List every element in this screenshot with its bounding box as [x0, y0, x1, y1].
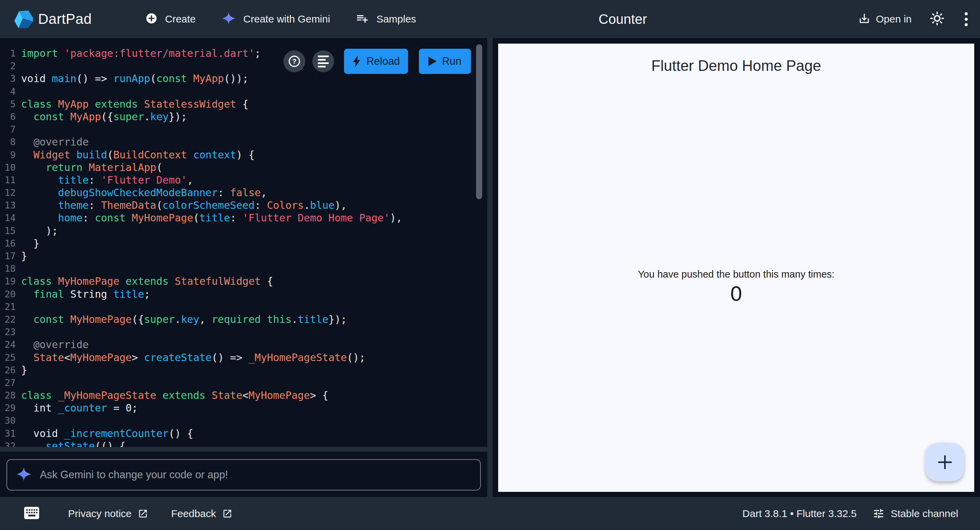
code-line[interactable]: 30: [0, 414, 487, 427]
format-button[interactable]: [312, 50, 334, 72]
code-line[interactable]: 28class _MyHomePageState extends State<M…: [0, 389, 487, 402]
external-link-icon: [138, 509, 148, 519]
footer-right: Dart 3.8.1 • Flutter 3.32.5 Stable chann…: [743, 497, 958, 530]
samples-button[interactable]: Samples: [356, 12, 416, 26]
add-circle-icon: [145, 12, 158, 26]
run-button[interactable]: Run: [419, 49, 471, 74]
privacy-notice-link[interactable]: Privacy notice: [68, 497, 148, 530]
line-number: 26: [0, 364, 16, 377]
header-nav: Create Create with Gemini Samples: [145, 0, 416, 38]
line-number: 24: [0, 338, 16, 351]
line-number: 16: [0, 237, 16, 250]
help-button[interactable]: ?: [283, 50, 305, 72]
code-line[interactable]: 21: [0, 300, 487, 313]
line-number: 10: [0, 161, 16, 174]
line-number: 22: [0, 313, 16, 326]
counter-display: You have pushed the button this many tim…: [498, 267, 974, 306]
line-number: 18: [0, 262, 16, 275]
svg-text:?: ?: [292, 57, 297, 65]
line-number: 4: [0, 85, 16, 98]
create-button[interactable]: Create: [145, 12, 196, 26]
line-number: 23: [0, 326, 16, 338]
open-in-button[interactable]: Open in: [858, 12, 912, 26]
line-number: 32: [0, 440, 16, 447]
status-bar: Privacy notice Feedback Dart 3.8.1 • Flu…: [0, 497, 980, 530]
code-line[interactable]: 26}: [0, 364, 487, 377]
code-line[interactable]: 15 );: [0, 225, 487, 237]
gemini-prompt-input[interactable]: [40, 469, 473, 481]
playlist-add-icon: [356, 12, 369, 26]
line-number: 13: [0, 199, 16, 212]
code-line[interactable]: 3void main() => runApp(const MyApp());: [0, 72, 487, 85]
line-number: 3: [0, 72, 16, 85]
project-title: Counter: [598, 11, 647, 27]
code-line[interactable]: 11 title: 'Flutter Demo',: [0, 174, 487, 186]
channel-selector[interactable]: Stable channel: [872, 508, 959, 520]
line-number: 21: [0, 300, 16, 313]
line-number: 17: [0, 250, 16, 262]
code-line[interactable]: 32 setState(() {: [0, 440, 487, 447]
code-line[interactable]: 22 const MyHomePage({super.key, required…: [0, 313, 487, 326]
code-line[interactable]: 31 void _incrementCounter() {: [0, 427, 487, 440]
create-with-gemini-label: Create with Gemini: [243, 13, 330, 25]
sdk-version-text: Dart 3.8.1 • Flutter 3.32.5: [743, 508, 857, 519]
line-number: 5: [0, 98, 16, 110]
code-line[interactable]: 17}: [0, 250, 487, 262]
keyboard-icon: [24, 506, 40, 520]
code-line[interactable]: 14 home: const MyHomePage(title: 'Flutte…: [0, 212, 487, 224]
keyboard-shortcuts-button[interactable]: [24, 506, 40, 521]
code-lines: 1import 'package:flutter/material.dart';…: [0, 47, 487, 447]
line-number: 14: [0, 212, 16, 224]
line-number: 27: [0, 377, 16, 389]
counter-value: 0: [498, 281, 974, 306]
header-actions: Open in: [858, 0, 970, 38]
editor-scrollbar[interactable]: [476, 44, 482, 199]
code-line[interactable]: 16 }: [0, 237, 487, 250]
feedback-link[interactable]: Feedback: [171, 497, 232, 530]
code-line[interactable]: 24 @override: [0, 338, 487, 351]
app-header: DartPad Create Create with Gemini: [0, 0, 980, 38]
theme-toggle-button[interactable]: [929, 11, 945, 27]
code-line[interactable]: 9 Widget build(BuildContext context) {: [0, 148, 487, 161]
line-number: 28: [0, 389, 16, 402]
reload-label: Reload: [366, 55, 400, 67]
create-with-gemini-button[interactable]: Create with Gemini: [221, 11, 330, 27]
code-line[interactable]: 10 return MaterialApp(: [0, 161, 487, 174]
overflow-menu-button[interactable]: [963, 10, 970, 28]
code-line[interactable]: 4: [0, 85, 487, 98]
gemini-input-box[interactable]: [6, 459, 481, 490]
increment-fab[interactable]: [926, 443, 964, 481]
dartpad-logo: [13, 8, 34, 30]
line-number: 25: [0, 351, 16, 364]
code-line[interactable]: 20 final String title;: [0, 288, 487, 300]
line-number: 12: [0, 186, 16, 199]
privacy-label: Privacy notice: [68, 508, 132, 519]
brightness-icon: [929, 11, 945, 26]
line-number: 11: [0, 174, 16, 186]
code-line[interactable]: 6 const MyApp({super.key});: [0, 110, 487, 123]
code-line[interactable]: 25 State<MyHomePage> createState() => _M…: [0, 351, 487, 364]
create-label: Create: [165, 13, 196, 25]
reload-button[interactable]: Reload: [344, 49, 408, 74]
overflow-menu-icon: [965, 12, 968, 15]
code-line[interactable]: 18: [0, 262, 487, 275]
code-line[interactable]: 13 theme: ThemeData(colorSchemeSeed: Col…: [0, 199, 487, 212]
code-editor[interactable]: 1import 'package:flutter/material.dart';…: [0, 38, 487, 447]
sparkle-input-icon: [16, 466, 32, 483]
run-label: Run: [442, 55, 461, 67]
format-icon: [318, 56, 329, 67]
open-in-label: Open in: [876, 13, 912, 25]
line-number: 19: [0, 275, 16, 287]
code-line[interactable]: 19class MyHomePage extends StatefulWidge…: [0, 275, 487, 287]
code-line[interactable]: 5class MyApp extends StatelessWidget {: [0, 98, 487, 110]
code-line[interactable]: 12 debugShowCheckedModeBanner: false,: [0, 186, 487, 199]
line-number: 6: [0, 110, 16, 123]
code-line[interactable]: 8 @override: [0, 136, 487, 148]
code-line[interactable]: 27: [0, 377, 487, 389]
code-line[interactable]: 29 int _counter = 0;: [0, 402, 487, 414]
flutter-app-surface: Flutter Demo Home Page You have pushed t…: [498, 44, 974, 492]
bolt-icon: [352, 56, 361, 67]
counter-label: You have pushed the button this many tim…: [498, 267, 974, 281]
code-line[interactable]: 7: [0, 123, 487, 136]
code-line[interactable]: 23: [0, 326, 487, 338]
